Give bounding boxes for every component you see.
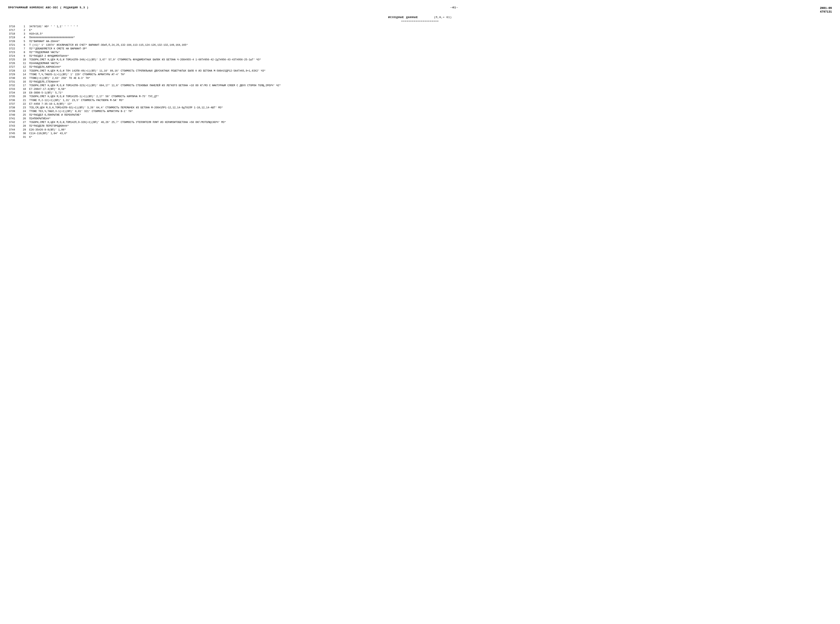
row-text: Е* bbox=[28, 28, 832, 32]
row-text: ТСБОРН,СМЕТ Н,ЦЕН М,О,И ТОМ141П5-1(=1)(В… bbox=[28, 95, 832, 98]
row-id: 3729 bbox=[8, 73, 20, 76]
row-id: 3736 bbox=[8, 99, 20, 102]
row-seq: 11 bbox=[20, 62, 28, 65]
row-id: 3741 bbox=[8, 117, 20, 120]
table-row: 374530С114-116(ВП)' 1,04' 43,6* bbox=[8, 132, 832, 135]
table-row: 37216Т (=1)' 1' 13974' ИСКЛЮЧАЕТСЯ ИЗ СЧ… bbox=[8, 43, 832, 47]
row-seq: 6 bbox=[20, 43, 28, 47]
doc-id: 2H81-09 bbox=[820, 6, 832, 10]
row-seq: 21 bbox=[20, 99, 28, 102]
row-text: ТСБОРН,СМЕТ Н,ЦЕН М,О,И ТОМ142П8-323(=1)… bbox=[28, 84, 832, 87]
row-text: П2*РАЗДЕЛ 2 ФУНДАМЕНТЫ###* bbox=[28, 54, 832, 58]
row-id: 3742 bbox=[8, 120, 20, 124]
table-row: 37249П2*РАЗДЕЛ 2 ФУНДАМЕНТЫ###* bbox=[8, 54, 832, 58]
table-row: 372712П2*РАЗДЕЛ4,КАРКАС###* bbox=[8, 65, 832, 69]
row-id: 3725 bbox=[8, 58, 20, 62]
row-id: 3746 bbox=[8, 135, 20, 139]
row-text: ТСБОРН,СМЕТ Н,ЦЕН М,О,И ТОМ142П9-348(=1)… bbox=[28, 58, 832, 62]
row-id: 3721 bbox=[8, 43, 20, 47]
row-text: П2*ВАРИАНТ НА-2О###* bbox=[28, 40, 832, 43]
row-text: Н1О=16,5* bbox=[28, 32, 832, 36]
row-id: 3728 bbox=[8, 69, 20, 73]
row-id: 3720 bbox=[8, 40, 20, 43]
table-row: 374126П2#ПОКРЫТИЕ##* bbox=[8, 117, 832, 120]
row-text: П2*РАЗДЕЛ4,КАРКАС###* bbox=[28, 65, 832, 69]
row-text: Е7-288#7-17-4(ВП)' 0,58* bbox=[28, 87, 832, 91]
row-text: П2##НАДЗЕМНАЯ ЧАСТЬ* bbox=[28, 62, 832, 65]
row-seq: 7 bbox=[20, 47, 28, 51]
row-seq: 24 bbox=[20, 110, 28, 113]
row-text: Е26-35#26-8-8(ВП)' 1,06* bbox=[28, 128, 832, 132]
table-row: 37194П############################* bbox=[8, 36, 832, 39]
header-left: ПРОГРАММНЫЙ КОМПЛЕКС АВС-ЗЕС ( РЕДАКЦИЯ … bbox=[8, 6, 89, 9]
row-id: 3726 bbox=[8, 62, 20, 65]
row-text: ТСБОРН,СМЕТ Н,ЦЕН М,О,И ТОЧ 142П8-49(=1)… bbox=[28, 69, 832, 73]
row-seq: 13 bbox=[20, 69, 28, 73]
table-row: 374025П2*РАЗДЕЛ 6,ПОКРЫТИЕ И ПЕРЕКРЫТИЕ* bbox=[8, 113, 832, 117]
table-row: 37227П2**ДОБАВЛЯЕТСЯ К СМЕТЕ НА ВАРИАНТ-… bbox=[8, 47, 832, 51]
subheader-params: (П,Н,= 61) bbox=[434, 16, 452, 19]
row-text: 34797101' НО² ' ' 1,1' ' ' ' ' * bbox=[28, 25, 832, 28]
table-row: 373722Е7-4458 7-35-10-1,8(ВП)' 13* bbox=[8, 102, 832, 106]
row-seq: 23 bbox=[20, 106, 28, 110]
row-seq: 12 bbox=[20, 65, 28, 69]
table-row: 37205П2*ВАРИАНТ НА-2О###* bbox=[8, 40, 832, 43]
row-id: 3716 bbox=[8, 25, 20, 28]
row-seq: 14 bbox=[20, 73, 28, 76]
row-seq: 3 bbox=[20, 32, 28, 36]
row-id: 3724 bbox=[8, 54, 20, 58]
row-text: ТТОЖЕ(=1)(ВП)' 2,63' 250' ТО 4Е А-3' ТН* bbox=[28, 76, 832, 80]
table-row: 37238П2**ПОДЗЕМНАЯ ЧАСТЬ* bbox=[8, 51, 832, 54]
table-row: 374631К* bbox=[8, 135, 832, 139]
table-row: 373621ТТОЖЕ П,2-12(=1)(ВП)' 1,31' 23,5' … bbox=[8, 99, 832, 102]
row-seq: 27 bbox=[20, 120, 28, 124]
row-text: П2**ПОДЗЕМНАЯ ЧАСТЬ* bbox=[28, 51, 832, 54]
header: ПРОГРАММНЫЙ КОМПЛЕКС АВС-ЗЕС ( РЕДАКЦИЯ … bbox=[8, 6, 832, 14]
row-seq: 31 bbox=[20, 135, 28, 139]
row-seq: 18 bbox=[20, 87, 28, 91]
row-text: П2*РАЗДЕЛ 6,ПОКРЫТИЕ И ПЕРЕКРЫТИЕ* bbox=[28, 113, 832, 117]
table-row: 37172Е* bbox=[8, 28, 832, 32]
row-seq: 15 bbox=[20, 76, 28, 80]
row-text: П2**ДОБАВЛЯЕТСЯ К СМЕТЕ НА ВАРИАНТ-3Р* bbox=[28, 47, 832, 51]
table-row: 372914ТТОЖЕ Т,Ч,ТАБЛ3-1(=1)(ВП)' 1' 229'… bbox=[8, 73, 832, 76]
table-row: 374328П2*РАЗДЕЛ8 ПЕРЕГОРОДКИ###* bbox=[8, 124, 832, 128]
row-text: ТТОЖЕ П,2-12(=1)(ВП)' 1,31' 23,5' СТОИМО… bbox=[28, 99, 832, 102]
table-row: 373015ТТОЖЕ(=1)(ВП)' 2,63' 250' ТО 4Е А-… bbox=[8, 76, 832, 80]
row-text: ТСБОРН,СМЕТ Н,ЦЕН М,О,И,ТОМ142П,9-328(=1… bbox=[28, 120, 832, 124]
row-id: 3740 bbox=[8, 113, 20, 117]
table-row: 373924ТТОЖЕ ТЕХ,Ч,ТАБЛ,3-1(=1)(ВП)' 0,01… bbox=[8, 110, 832, 113]
row-seq: 17 bbox=[20, 84, 28, 87]
row-text: ТТОЖЕ Т,Ч,ТАБЛ3-1(=1)(ВП)' 1' 229' СТОИМ… bbox=[28, 73, 832, 76]
row-id: 3745 bbox=[8, 132, 20, 135]
row-text: П############################* bbox=[28, 36, 832, 39]
table-row: 373116П2*РАЗДЕЛ5,СТЕНЫ###* bbox=[8, 80, 832, 84]
row-seq: 9 bbox=[20, 54, 28, 58]
table-row: 373419Е8-3ОО8-5-1(ВП)' 5,71* bbox=[8, 91, 832, 95]
underline: ===================== bbox=[8, 20, 832, 23]
table-row: 374429Е26-35#26-8-8(ВП)' 1,06* bbox=[8, 128, 832, 132]
row-seq: 8 bbox=[20, 51, 28, 54]
row-seq: 5 bbox=[20, 40, 28, 43]
row-text: ТСБ,СМ,ЦЕН М,О,Н,ТОМ142П9-92(=1)(ВП)' 3,… bbox=[28, 106, 832, 110]
table-row: 373217ТСБОРН,СМЕТ Н,ЦЕН М,О,И ТОМ142П8-3… bbox=[8, 84, 832, 87]
row-seq: 30 bbox=[20, 132, 28, 135]
row-seq: 28 bbox=[20, 124, 28, 128]
row-text: Т (=1)' 1' 13974' ИСКЛЮЧАЕТСЯ ИЗ СЧЕТ⁴ В… bbox=[28, 43, 832, 47]
row-seq: 16 bbox=[20, 80, 28, 84]
row-id: 3737 bbox=[8, 102, 20, 106]
table-row: 372813ТСБОРН,СМЕТ Н,ЦЕН М,О,И ТОЧ 142П8-… bbox=[8, 69, 832, 73]
table-row: 3716134797101' НО² ' ' 1,1' ' ' ' ' * bbox=[8, 25, 832, 28]
row-id: 3735 bbox=[8, 95, 20, 98]
header-center: -41- bbox=[450, 6, 458, 9]
row-seq: 19 bbox=[20, 91, 28, 95]
subheader: ИСХОДНЫЕ ДАННЫЕ (П,Н,= 61) bbox=[8, 16, 832, 19]
row-id: 3717 bbox=[8, 28, 20, 32]
table-row: 373823ТСБ,СМ,ЦЕН М,О,Н,ТОМ142П9-92(=1)(В… bbox=[8, 106, 832, 110]
row-seq: 26 bbox=[20, 117, 28, 120]
row-id: 3727 bbox=[8, 65, 20, 69]
table-row: 374227ТСБОРН,СМЕТ Н,ЦЕН М,О,И,ТОМ142П,9-… bbox=[8, 120, 832, 124]
row-seq: 29 bbox=[20, 128, 28, 132]
table-row: 373318Е7-288#7-17-4(ВП)' 0,58* bbox=[8, 87, 832, 91]
row-text: Е8-3ОО8-5-1(ВП)' 5,71* bbox=[28, 91, 832, 95]
